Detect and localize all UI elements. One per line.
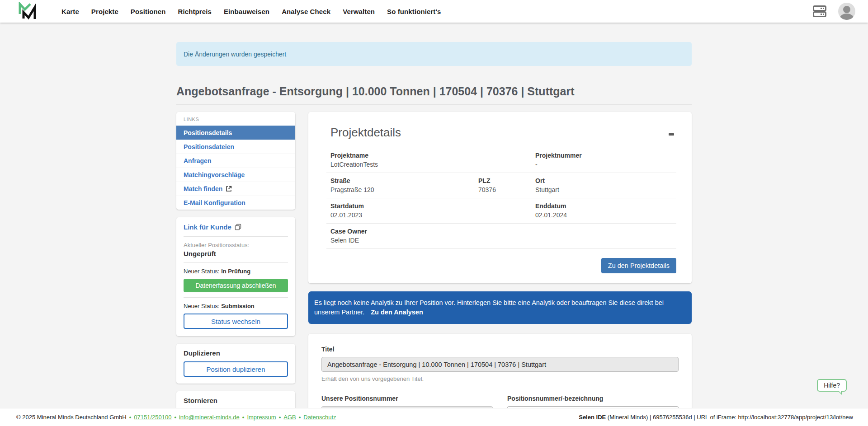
footer-session-info: Selen IDE (Mineral Minds) | 69576255536d…: [579, 414, 853, 421]
titel-help-text: Erhält den von uns vorgegebenen Titel.: [321, 375, 679, 382]
sidebar-item-label: Match finden: [184, 185, 222, 192]
project-details-card: Projektdetails Projektname LotCreationTe…: [308, 112, 692, 283]
project-row-name: Projektname LotCreationTests Projektnumm…: [326, 148, 676, 173]
avatar-head-icon: [843, 6, 850, 13]
main-nav: Karte Projekte Positionen Richtpreis Ein…: [61, 8, 813, 15]
cancel-card-title: Stornieren: [184, 397, 288, 404]
pos-nr-label: Unsere Positionsnummer: [321, 395, 493, 402]
footer-phone-link[interactable]: 07151/250100: [134, 414, 171, 421]
new-status-1: Neuer Status: In Prüfung: [184, 268, 288, 275]
nav-item-so-funktionierts[interactable]: So funktioniert's: [387, 8, 441, 15]
main-panel: Projektdetails Projektname LotCreationTe…: [308, 112, 692, 426]
divider: [184, 297, 288, 298]
sidebar-item-label: Anfragen: [184, 157, 211, 164]
copy-icon: [235, 224, 241, 230]
sidebar-item-label: E-Mail Konfiguration: [184, 199, 245, 206]
footer-copyright: © 2025 Mineral Minds Deutschland GmbH: [16, 414, 127, 421]
complete-data-entry-button[interactable]: Datenerfassung abschließen: [184, 279, 288, 292]
user-avatar[interactable]: [838, 3, 855, 20]
startdatum-value: 02.01.2023: [330, 211, 535, 219]
analytics-banner: Es liegt noch keine Analytik zu Ihrer Po…: [308, 291, 692, 324]
project-row-owner: Case Owner Selen IDE: [326, 224, 676, 249]
nav-item-karte[interactable]: Karte: [61, 8, 79, 15]
minus-icon: [669, 133, 674, 136]
case-owner-value: Selen IDE: [330, 237, 535, 244]
customer-link-label: Link für Kunde: [184, 223, 231, 231]
footer-separator: •: [129, 414, 132, 421]
enddatum-label: Enddatum: [535, 202, 676, 210]
divider: [184, 262, 288, 263]
sidebar-item-match-finden[interactable]: Match finden: [176, 182, 295, 196]
plz-label: PLZ: [478, 177, 535, 184]
startdatum-label: Startdatum: [330, 202, 535, 210]
footer-left: © 2025 Mineral Minds Deutschland GmbH • …: [16, 414, 336, 421]
project-details-title: Projektdetails: [330, 126, 401, 140]
footer-impressum-link[interactable]: Impressum: [247, 414, 276, 421]
nav-item-projekte[interactable]: Projekte: [91, 8, 118, 15]
footer-separator: •: [279, 414, 281, 421]
new-status-label: Neuer Status:: [184, 303, 220, 309]
nav-item-analyse-check[interactable]: Analyse Check: [282, 8, 330, 15]
new-status-value: In Prüfung: [221, 268, 250, 275]
new-status-2: Neuer Status: Submission: [184, 303, 288, 309]
project-row-dates: Startdatum 02.01.2023 Enddatum 02.01.202…: [326, 198, 676, 224]
ort-value: Stuttgart: [535, 186, 676, 193]
footer-session-rest: (Mineral Minds) | 69576255536d | URL of …: [606, 414, 853, 421]
footer-separator: •: [174, 414, 176, 421]
sidebar: LINKS Positionsdetails Positionsdateien …: [176, 112, 295, 426]
ort-label: Ort: [535, 177, 676, 184]
sidebar-item-positionsdateien[interactable]: Positionsdateien: [176, 140, 295, 154]
sidebar-item-anfragen[interactable]: Anfragen: [176, 154, 295, 168]
current-status-value: Ungeprüft: [184, 250, 288, 257]
custom-nr-label: Positionsnummer/-bezeichnung: [507, 395, 679, 402]
sidebar-item-positionsdetails[interactable]: Positionsdetails: [176, 126, 295, 140]
projektname-value: LotCreationTests: [330, 161, 535, 168]
help-button-label: Hilfe?: [824, 382, 840, 389]
divider: [184, 236, 288, 237]
current-status-label: Aktueller Positionsstatus:: [184, 242, 288, 248]
titel-label: Titel: [321, 346, 679, 353]
sidebar-item-label: Positionsdateien: [184, 143, 234, 150]
go-to-project-details-button[interactable]: Zu den Projektdetails: [601, 258, 676, 273]
collapse-button[interactable]: [666, 129, 676, 139]
projektname-label: Projektname: [330, 152, 535, 159]
enddatum-value: 02.01.2024: [535, 211, 676, 219]
sidebar-item-matchingvorschlaege[interactable]: Matchingvorschläge: [176, 168, 295, 182]
nav-item-richtpreis[interactable]: Richtpreis: [178, 8, 212, 15]
save-success-alert: Die Änderungen wurden gespeichert: [176, 42, 692, 66]
new-status-label: Neuer Status:: [184, 268, 220, 275]
footer-agb-link[interactable]: AGB: [283, 414, 296, 421]
sidebar-links-card: LINKS Positionsdetails Positionsdateien …: [176, 112, 295, 210]
nav-item-verwalten[interactable]: Verwalten: [343, 8, 375, 15]
duplicate-card: Duplizieren Position duplizieren: [176, 344, 295, 384]
page-content: Die Änderungen wurden gespeichert Angebo…: [176, 42, 692, 426]
mineral-minds-logo-icon[interactable]: [18, 2, 38, 20]
nav-item-einbauweisen[interactable]: Einbauweisen: [224, 8, 269, 15]
go-to-analyses-link[interactable]: Zu den Analysen: [371, 309, 423, 316]
navbar-right: [813, 3, 855, 20]
help-bubble-tail-inner: [838, 390, 841, 393]
links-header: LINKS: [176, 112, 295, 126]
nav-item-positionen[interactable]: Positionen: [131, 8, 166, 15]
projektnummer-label: Projektnummer: [535, 152, 676, 159]
duplicate-position-button[interactable]: Position duplizieren: [184, 361, 288, 377]
footer-datenschutz-link[interactable]: Datenschutz: [303, 414, 336, 421]
titel-input[interactable]: [321, 357, 679, 372]
footer-email-link[interactable]: info@mineral-minds.de: [179, 414, 240, 421]
server-icon[interactable]: [813, 5, 826, 17]
page-title: Angebotsanfrage - Entsorgung | 10.000 To…: [176, 85, 692, 105]
project-row-address: Straße Pragstraße 120 PLZ 70376 Ort Stut…: [326, 173, 676, 198]
plz-value: 70376: [478, 186, 535, 193]
switch-status-button[interactable]: Status wechseln: [184, 314, 288, 329]
sidebar-item-email-konfiguration[interactable]: E-Mail Konfiguration: [176, 196, 295, 210]
projektnummer-value: -: [535, 161, 676, 168]
footer-session-user: Selen IDE: [579, 414, 606, 421]
customer-link[interactable]: Link für Kunde: [184, 223, 241, 231]
external-link-icon: [226, 186, 232, 192]
new-status-value: Submission: [221, 303, 255, 309]
footer-separator: •: [242, 414, 245, 421]
strasse-value: Pragstraße 120: [330, 186, 478, 193]
analytics-banner-text: Es liegt noch keine Analytik zu Ihrer Po…: [314, 299, 664, 316]
help-button[interactable]: Hilfe?: [817, 379, 847, 392]
alert-message: Die Änderungen wurden gespeichert: [184, 51, 286, 58]
